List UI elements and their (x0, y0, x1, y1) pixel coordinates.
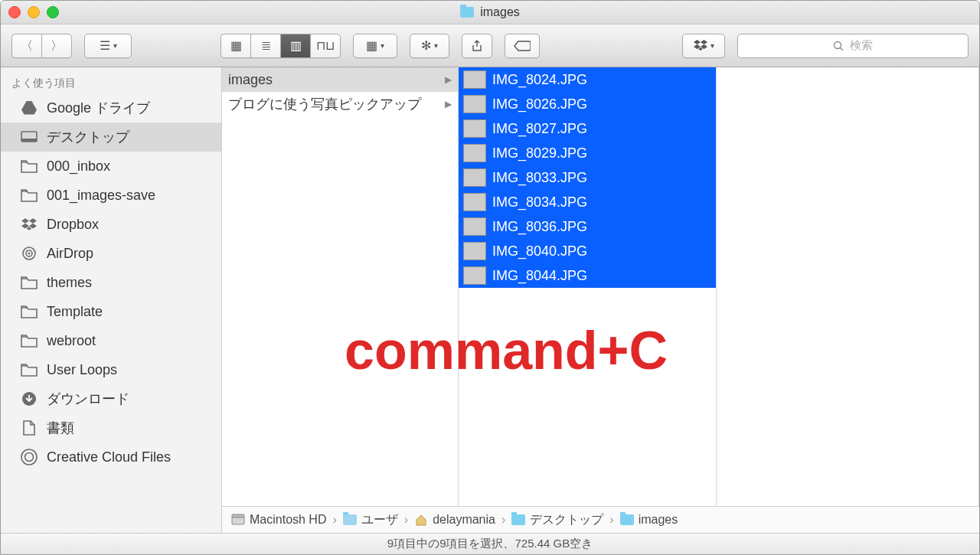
file-row[interactable]: IMG_8026.JPG (459, 92, 716, 116)
action-dropdown[interactable]: ✻ ▾ (410, 34, 449, 58)
col1-row[interactable]: ブログに使う写真ピックアップ▶ (222, 92, 458, 116)
sidebar-item-1[interactable]: デスクトップ (1, 122, 221, 152)
file-name: IMG_8024.JPG (492, 72, 587, 88)
path-separator-icon: › (501, 513, 505, 527)
file-thumbnail-icon (463, 266, 486, 285)
view-coverflow-button[interactable]: ⊓⊔ (310, 34, 341, 58)
dropbox-icon (21, 217, 38, 232)
chevron-down-icon: ▾ (434, 42, 438, 50)
path-item[interactable]: delaymania (414, 513, 495, 527)
folder-icon (21, 304, 38, 319)
svg-point-8 (21, 449, 37, 465)
row-label: ブログに使う写真ピックアップ (228, 95, 421, 113)
file-thumbnail-icon (463, 144, 486, 162)
file-row[interactable]: IMG_8034.JPG (459, 190, 716, 214)
columns-icon: ▥ (290, 40, 302, 52)
sidebar-item-label: ダウンロード (47, 390, 129, 408)
arrange-dropdown[interactable]: ▦ ▾ (353, 34, 397, 58)
path-label: ユーザ (361, 512, 398, 528)
download-icon (21, 391, 38, 406)
chevron-right-icon: 〉 (51, 40, 63, 52)
share-button[interactable] (462, 34, 492, 58)
path-item[interactable]: デスクトップ (511, 512, 603, 528)
sidebar-item-4[interactable]: Dropbox (1, 210, 221, 239)
sidebar-item-label: デスクトップ (47, 128, 129, 146)
column-3-preview: command+C (717, 67, 979, 506)
list-style-dropdown[interactable]: ☰ ▾ (84, 34, 132, 58)
file-row[interactable]: IMG_8029.JPG (459, 141, 716, 165)
svg-point-0 (835, 41, 841, 48)
file-thumbnail-icon (463, 70, 486, 89)
dropbox-toolbar-button[interactable]: ▾ (682, 34, 725, 58)
file-row[interactable]: IMG_8024.JPG (459, 67, 716, 92)
file-name: IMG_8034.JPG (492, 194, 587, 211)
sidebar-item-11[interactable]: 書類 (1, 413, 221, 442)
column-2[interactable]: IMG_8024.JPGIMG_8026.JPGIMG_8027.JPGIMG_… (459, 67, 717, 506)
path-label: delaymania (433, 513, 495, 527)
chevron-down-icon: ▾ (710, 42, 714, 50)
sidebar-section-header: よく使う項目 (1, 72, 221, 93)
sidebar-item-label: 000_inbox (47, 158, 110, 175)
content-area: images▶ブログに使う写真ピックアップ▶ IMG_8024.JPGIMG_8… (222, 67, 979, 533)
share-icon (472, 40, 482, 52)
path-item[interactable]: ユーザ (343, 512, 398, 528)
sidebar-item-10[interactable]: ダウンロード (1, 384, 221, 413)
view-icons-button[interactable]: ▦ (220, 34, 250, 58)
col1-row[interactable]: images▶ (222, 67, 458, 92)
file-row[interactable]: IMG_8036.JPG (459, 214, 716, 239)
sidebar-item-7[interactable]: Template (1, 297, 221, 326)
users-icon (343, 514, 357, 526)
window-title: images (460, 5, 520, 19)
cc-icon (21, 449, 38, 465)
path-label: デスクトップ (530, 512, 603, 528)
search-field[interactable]: 検索 (737, 34, 969, 58)
sidebar-item-2[interactable]: 000_inbox (1, 152, 221, 181)
minimize-window-button[interactable] (28, 6, 40, 18)
sidebar-item-8[interactable]: webroot (1, 326, 221, 355)
sidebar-item-6[interactable]: themes (1, 268, 221, 297)
path-item[interactable]: images (620, 513, 678, 527)
home-icon (414, 514, 428, 526)
path-label: images (639, 513, 678, 527)
list-icon: ☰ (100, 40, 110, 52)
titlebar: images (1, 1, 979, 24)
svg-rect-3 (21, 139, 37, 142)
folder-icon (21, 275, 38, 290)
airdrop-icon (21, 246, 38, 261)
grid-icon: ▦ (230, 40, 242, 52)
close-window-button[interactable] (8, 6, 21, 18)
tags-button[interactable] (505, 34, 540, 58)
chevron-right-icon: ▶ (445, 99, 452, 109)
gear-icon: ✻ (421, 40, 431, 52)
sidebar-item-3[interactable]: 001_images-save (1, 181, 221, 210)
desktop-icon (21, 129, 38, 145)
file-name: IMG_8033.JPG (492, 170, 587, 186)
file-row[interactable]: IMG_8040.JPG (459, 239, 716, 263)
column-1[interactable]: images▶ブログに使う写真ピックアップ▶ (222, 67, 459, 506)
sidebar-item-label: Creative Cloud Files (47, 449, 171, 465)
sidebar-item-0[interactable]: Google ドライブ (1, 93, 221, 122)
folder-icon (21, 333, 38, 348)
sidebar-item-label: Template (47, 304, 103, 320)
file-name: IMG_8044.JPG (492, 268, 587, 284)
sidebar-item-12[interactable]: Creative Cloud Files (1, 442, 221, 472)
view-columns-button[interactable]: ▥ (280, 34, 310, 58)
forward-button[interactable]: 〉 (41, 34, 72, 58)
search-placeholder: 検索 (850, 38, 873, 53)
file-row[interactable]: IMG_8044.JPG (459, 263, 716, 288)
path-separator-icon: › (609, 513, 613, 527)
file-name: IMG_8027.JPG (492, 121, 587, 137)
view-list-button[interactable]: ≣ (250, 34, 280, 58)
doc-icon (21, 420, 38, 436)
column-view: images▶ブログに使う写真ピックアップ▶ IMG_8024.JPGIMG_8… (222, 67, 979, 506)
path-item[interactable]: Macintosh HD (231, 513, 326, 527)
status-text: 9項目中の9項目を選択、725.44 GB空き (387, 537, 593, 551)
zoom-window-button[interactable] (47, 6, 59, 18)
file-row[interactable]: IMG_8033.JPG (459, 165, 716, 190)
window-title-text: images (480, 5, 520, 19)
sidebar-item-9[interactable]: User Loops (1, 355, 221, 384)
file-row[interactable]: IMG_8027.JPG (459, 116, 716, 141)
sidebar-item-5[interactable]: AirDrop (1, 239, 221, 268)
chevron-down-icon: ▾ (113, 42, 117, 50)
back-button[interactable]: 〈 (11, 34, 41, 58)
